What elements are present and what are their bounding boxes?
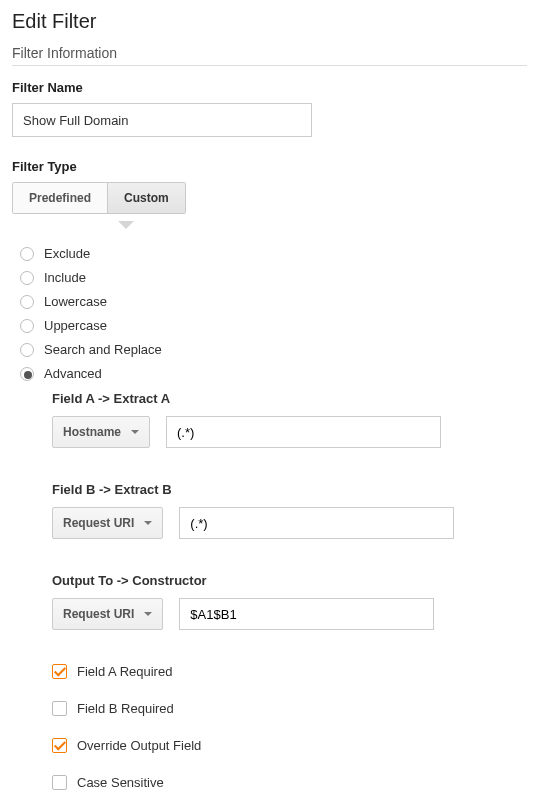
radio-search-replace-label: Search and Replace bbox=[44, 342, 162, 357]
radio-icon bbox=[20, 367, 34, 381]
filter-information-label: Filter Information bbox=[12, 45, 527, 61]
check-field-b-required-label: Field B Required bbox=[77, 701, 174, 716]
radio-icon bbox=[20, 271, 34, 285]
radio-include-label: Include bbox=[44, 270, 86, 285]
filter-name-input[interactable] bbox=[12, 103, 312, 137]
tab-pointer-icon bbox=[12, 222, 527, 236]
field-b-select[interactable]: Request URI bbox=[52, 507, 163, 539]
output-select-label: Request URI bbox=[63, 607, 134, 621]
field-a-select-label: Hostname bbox=[63, 425, 121, 439]
caret-down-icon bbox=[144, 521, 152, 525]
radio-exclude-label: Exclude bbox=[44, 246, 90, 261]
advanced-checks: Field A Required Field B Required Overri… bbox=[52, 664, 527, 790]
radio-uppercase-row[interactable]: Uppercase bbox=[20, 318, 527, 333]
check-field-a-required-label: Field A Required bbox=[77, 664, 172, 679]
output-input[interactable] bbox=[179, 598, 434, 630]
check-override-output-row[interactable]: Override Output Field bbox=[52, 738, 527, 753]
radio-icon bbox=[20, 247, 34, 261]
check-field-b-required-row[interactable]: Field B Required bbox=[52, 701, 527, 716]
field-b-row: Request URI bbox=[52, 507, 527, 539]
radio-icon bbox=[20, 319, 34, 333]
page-title: Edit Filter bbox=[12, 10, 527, 33]
check-field-a-required-row[interactable]: Field A Required bbox=[52, 664, 527, 679]
output-title: Output To -> Constructor bbox=[52, 573, 527, 588]
radio-icon bbox=[20, 295, 34, 309]
check-case-sensitive-label: Case Sensitive bbox=[77, 775, 164, 790]
radio-lowercase-row[interactable]: Lowercase bbox=[20, 294, 527, 309]
checkbox-icon bbox=[52, 701, 67, 716]
advanced-form: Field A -> Extract A Hostname Field B ->… bbox=[52, 391, 527, 790]
field-b-input[interactable] bbox=[179, 507, 454, 539]
radio-search-replace-row[interactable]: Search and Replace bbox=[20, 342, 527, 357]
filter-type-tabs: Predefined Custom bbox=[12, 182, 186, 214]
filter-type-block: Filter Type Predefined Custom Exclude In… bbox=[12, 159, 527, 790]
section-divider bbox=[12, 65, 527, 66]
tab-predefined[interactable]: Predefined bbox=[13, 183, 107, 213]
radio-icon bbox=[20, 343, 34, 357]
tab-custom[interactable]: Custom bbox=[107, 183, 185, 213]
radio-advanced-label: Advanced bbox=[44, 366, 102, 381]
checkbox-icon bbox=[52, 775, 67, 790]
checkbox-icon bbox=[52, 738, 67, 753]
filter-type-radio-list: Exclude Include Lowercase Uppercase Sear… bbox=[20, 246, 527, 381]
check-case-sensitive-row[interactable]: Case Sensitive bbox=[52, 775, 527, 790]
radio-lowercase-label: Lowercase bbox=[44, 294, 107, 309]
field-a-select[interactable]: Hostname bbox=[52, 416, 150, 448]
radio-uppercase-label: Uppercase bbox=[44, 318, 107, 333]
caret-down-icon bbox=[131, 430, 139, 434]
filter-name-block: Filter Name bbox=[12, 80, 527, 137]
filter-type-label: Filter Type bbox=[12, 159, 527, 174]
radio-exclude-row[interactable]: Exclude bbox=[20, 246, 527, 261]
output-select[interactable]: Request URI bbox=[52, 598, 163, 630]
checkbox-icon bbox=[52, 664, 67, 679]
radio-include-row[interactable]: Include bbox=[20, 270, 527, 285]
caret-down-icon bbox=[144, 612, 152, 616]
field-b-title: Field B -> Extract B bbox=[52, 482, 527, 497]
filter-name-label: Filter Name bbox=[12, 80, 527, 95]
radio-advanced-row[interactable]: Advanced bbox=[20, 366, 527, 381]
check-override-output-label: Override Output Field bbox=[77, 738, 201, 753]
field-a-input[interactable] bbox=[166, 416, 441, 448]
field-a-title: Field A -> Extract A bbox=[52, 391, 527, 406]
field-b-select-label: Request URI bbox=[63, 516, 134, 530]
output-row: Request URI bbox=[52, 598, 527, 630]
field-a-row: Hostname bbox=[52, 416, 527, 448]
